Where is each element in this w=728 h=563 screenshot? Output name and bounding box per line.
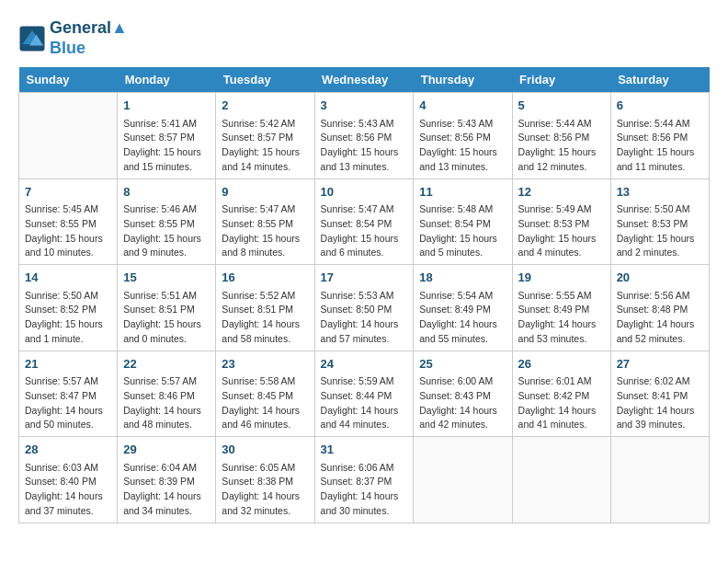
day-info: Sunrise: 5:59 AM Sunset: 8:44 PM Dayligh… [321, 374, 408, 432]
week-row-4: 21Sunrise: 5:57 AM Sunset: 8:47 PM Dayli… [19, 350, 710, 437]
day-number: 11 [419, 183, 506, 201]
day-number: 6 [617, 97, 703, 115]
day-number: 22 [123, 355, 210, 373]
day-info: Sunrise: 5:57 AM Sunset: 8:46 PM Dayligh… [123, 374, 210, 432]
weekday-friday: Friday [512, 67, 610, 93]
calendar-cell: 7Sunrise: 5:45 AM Sunset: 8:55 PM Daylig… [19, 178, 118, 265]
calendar-cell: 10Sunrise: 5:47 AM Sunset: 8:54 PM Dayli… [314, 178, 414, 265]
week-row-1: 1Sunrise: 5:41 AM Sunset: 8:57 PM Daylig… [19, 93, 710, 179]
day-info: Sunrise: 5:42 AM Sunset: 8:57 PM Dayligh… [222, 117, 308, 175]
calendar-cell: 20Sunrise: 5:56 AM Sunset: 8:48 PM Dayli… [610, 265, 709, 351]
calendar-cell: 24Sunrise: 5:59 AM Sunset: 8:44 PM Dayli… [314, 350, 414, 437]
day-info: Sunrise: 5:44 AM Sunset: 8:56 PM Dayligh… [617, 117, 703, 175]
calendar-cell: 28Sunrise: 6:03 AM Sunset: 8:40 PM Dayli… [19, 437, 118, 523]
calendar-cell: 29Sunrise: 6:04 AM Sunset: 8:39 PM Dayli… [118, 437, 216, 523]
day-number: 26 [518, 355, 605, 373]
day-info: Sunrise: 6:06 AM Sunset: 8:37 PM Dayligh… [321, 461, 408, 519]
calendar-cell [610, 437, 709, 523]
day-info: Sunrise: 5:41 AM Sunset: 8:57 PM Dayligh… [123, 117, 210, 175]
calendar-cell: 15Sunrise: 5:51 AM Sunset: 8:51 PM Dayli… [118, 265, 216, 351]
day-number: 30 [222, 441, 308, 459]
day-number: 4 [419, 97, 506, 115]
day-info: Sunrise: 5:51 AM Sunset: 8:51 PM Dayligh… [123, 289, 210, 347]
logo-text: General▲ Blue [50, 18, 128, 58]
week-row-2: 7Sunrise: 5:45 AM Sunset: 8:55 PM Daylig… [19, 178, 710, 265]
day-number: 24 [321, 355, 408, 373]
day-number: 13 [617, 183, 703, 201]
day-number: 18 [419, 269, 506, 287]
day-number: 7 [25, 183, 111, 201]
day-info: Sunrise: 5:46 AM Sunset: 8:55 PM Dayligh… [123, 202, 210, 260]
day-info: Sunrise: 5:53 AM Sunset: 8:50 PM Dayligh… [321, 289, 408, 347]
calendar-cell: 1Sunrise: 5:41 AM Sunset: 8:57 PM Daylig… [118, 93, 216, 179]
weekday-tuesday: Tuesday [216, 67, 314, 93]
day-info: Sunrise: 6:01 AM Sunset: 8:42 PM Dayligh… [518, 374, 605, 432]
day-number: 15 [123, 269, 210, 287]
day-info: Sunrise: 6:00 AM Sunset: 8:43 PM Dayligh… [419, 374, 506, 432]
day-number: 12 [518, 183, 605, 201]
weekday-wednesday: Wednesday [314, 67, 414, 93]
calendar-cell: 21Sunrise: 5:57 AM Sunset: 8:47 PM Dayli… [19, 350, 118, 437]
calendar-cell: 4Sunrise: 5:43 AM Sunset: 8:56 PM Daylig… [414, 93, 512, 179]
day-number: 20 [617, 269, 703, 287]
calendar-cell: 23Sunrise: 5:58 AM Sunset: 8:45 PM Dayli… [216, 350, 314, 437]
day-number: 23 [222, 355, 308, 373]
calendar-cell: 12Sunrise: 5:49 AM Sunset: 8:53 PM Dayli… [512, 178, 610, 265]
logo-icon [18, 25, 46, 52]
calendar-cell: 13Sunrise: 5:50 AM Sunset: 8:53 PM Dayli… [610, 178, 709, 265]
page-header: General▲ Blue [18, 18, 710, 58]
day-number: 1 [123, 97, 210, 115]
calendar-cell: 31Sunrise: 6:06 AM Sunset: 8:37 PM Dayli… [314, 437, 414, 523]
day-info: Sunrise: 5:50 AM Sunset: 8:52 PM Dayligh… [25, 289, 111, 347]
calendar-cell [414, 437, 512, 523]
calendar-cell [512, 437, 610, 523]
day-info: Sunrise: 5:45 AM Sunset: 8:55 PM Dayligh… [25, 202, 111, 260]
day-info: Sunrise: 5:48 AM Sunset: 8:54 PM Dayligh… [419, 202, 506, 260]
day-info: Sunrise: 5:47 AM Sunset: 8:55 PM Dayligh… [222, 202, 308, 260]
calendar-cell: 18Sunrise: 5:54 AM Sunset: 8:49 PM Dayli… [414, 265, 512, 351]
day-info: Sunrise: 5:44 AM Sunset: 8:56 PM Dayligh… [518, 117, 605, 175]
calendar-cell: 30Sunrise: 6:05 AM Sunset: 8:38 PM Dayli… [216, 437, 314, 523]
day-info: Sunrise: 5:54 AM Sunset: 8:49 PM Dayligh… [419, 289, 506, 347]
day-info: Sunrise: 5:47 AM Sunset: 8:54 PM Dayligh… [321, 202, 408, 260]
day-number: 17 [321, 269, 408, 287]
day-number: 29 [123, 441, 210, 459]
calendar-cell: 19Sunrise: 5:55 AM Sunset: 8:49 PM Dayli… [512, 265, 610, 351]
day-number: 19 [518, 269, 605, 287]
calendar-cell: 3Sunrise: 5:43 AM Sunset: 8:56 PM Daylig… [314, 93, 414, 179]
calendar-cell: 27Sunrise: 6:02 AM Sunset: 8:41 PM Dayli… [610, 350, 709, 437]
day-info: Sunrise: 5:57 AM Sunset: 8:47 PM Dayligh… [25, 374, 111, 432]
day-number: 25 [419, 355, 506, 373]
calendar-cell: 16Sunrise: 5:52 AM Sunset: 8:51 PM Dayli… [216, 265, 314, 351]
day-number: 16 [222, 269, 308, 287]
calendar-cell: 22Sunrise: 5:57 AM Sunset: 8:46 PM Dayli… [118, 350, 216, 437]
day-number: 10 [321, 183, 408, 201]
calendar-cell: 6Sunrise: 5:44 AM Sunset: 8:56 PM Daylig… [610, 93, 709, 179]
day-number: 21 [25, 355, 111, 373]
day-number: 27 [617, 355, 703, 373]
weekday-header-row: SundayMondayTuesdayWednesdayThursdayFrid… [19, 67, 710, 93]
weekday-monday: Monday [118, 67, 216, 93]
day-number: 2 [222, 97, 308, 115]
day-number: 28 [25, 441, 111, 459]
calendar-cell: 5Sunrise: 5:44 AM Sunset: 8:56 PM Daylig… [512, 93, 610, 179]
day-info: Sunrise: 5:55 AM Sunset: 8:49 PM Dayligh… [518, 289, 605, 347]
weekday-saturday: Saturday [610, 67, 709, 93]
calendar-cell: 26Sunrise: 6:01 AM Sunset: 8:42 PM Dayli… [512, 350, 610, 437]
day-info: Sunrise: 5:43 AM Sunset: 8:56 PM Dayligh… [419, 117, 506, 175]
day-info: Sunrise: 5:52 AM Sunset: 8:51 PM Dayligh… [222, 289, 308, 347]
logo: General▲ Blue [18, 18, 128, 58]
day-info: Sunrise: 6:04 AM Sunset: 8:39 PM Dayligh… [123, 461, 210, 519]
weekday-sunday: Sunday [19, 67, 118, 93]
day-number: 31 [321, 441, 408, 459]
weekday-thursday: Thursday [414, 67, 512, 93]
day-info: Sunrise: 5:56 AM Sunset: 8:48 PM Dayligh… [617, 289, 703, 347]
day-info: Sunrise: 5:58 AM Sunset: 8:45 PM Dayligh… [222, 374, 308, 432]
day-info: Sunrise: 5:50 AM Sunset: 8:53 PM Dayligh… [617, 202, 703, 260]
day-info: Sunrise: 6:05 AM Sunset: 8:38 PM Dayligh… [222, 461, 308, 519]
calendar-cell: 8Sunrise: 5:46 AM Sunset: 8:55 PM Daylig… [118, 178, 216, 265]
day-info: Sunrise: 5:49 AM Sunset: 8:53 PM Dayligh… [518, 202, 605, 260]
week-row-5: 28Sunrise: 6:03 AM Sunset: 8:40 PM Dayli… [19, 437, 710, 523]
calendar-cell: 25Sunrise: 6:00 AM Sunset: 8:43 PM Dayli… [414, 350, 512, 437]
week-row-3: 14Sunrise: 5:50 AM Sunset: 8:52 PM Dayli… [19, 265, 710, 351]
